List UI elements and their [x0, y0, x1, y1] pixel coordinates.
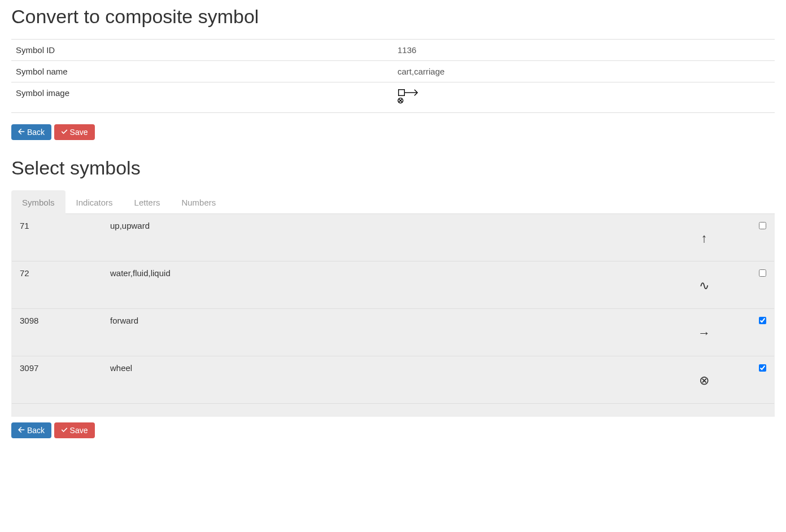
- label-symbol-id: Symbol ID: [11, 40, 393, 61]
- symbol-name: water,fluid,liquid: [110, 268, 670, 278]
- symbol-info-table: Symbol ID 1136 Symbol name cart,carriage…: [11, 39, 775, 113]
- value-symbol-name: cart,carriage: [393, 61, 775, 82]
- symbol-id: 3097: [20, 363, 110, 373]
- save-button-bottom[interactable]: Save: [54, 422, 95, 438]
- arrow-left-icon: [18, 426, 25, 435]
- svg-rect-0: [399, 90, 405, 96]
- back-button[interactable]: Back: [11, 124, 51, 140]
- row-symbol-image: Symbol image: [11, 82, 775, 113]
- save-button-label: Save: [70, 128, 88, 137]
- label-symbol-image: Symbol image: [11, 82, 393, 113]
- symbol-glyph-icon: ⊗: [670, 363, 738, 388]
- symbol-name: forward: [110, 316, 670, 325]
- symbol-list[interactable]: 71up,upward↑72water,fluid,liquid∿3098for…: [12, 214, 774, 416]
- back-button-bottom[interactable]: Back: [11, 422, 51, 438]
- symbol-id: 72: [20, 268, 110, 278]
- symbol-row: 72water,fluid,liquid∿: [12, 261, 774, 309]
- symbol-id: 71: [20, 221, 110, 230]
- symbol-glyph-icon: ↑: [670, 221, 738, 246]
- tab-symbols[interactable]: Symbols: [11, 190, 66, 214]
- symbol-glyph-icon: ∿: [670, 268, 738, 293]
- check-icon: [61, 128, 68, 137]
- symbol-name: wheel: [110, 363, 670, 373]
- symbol-select-checkbox[interactable]: [759, 317, 766, 324]
- symbol-row: 3097wheel⊗: [12, 356, 774, 404]
- symbol-tabs: SymbolsIndicatorsLettersNumbers: [11, 190, 775, 214]
- symbol-id: 3098: [20, 316, 110, 325]
- tab-numbers[interactable]: Numbers: [171, 190, 226, 214]
- symbol-image-preview: [398, 88, 420, 105]
- select-symbols-title: Select symbols: [11, 157, 775, 179]
- symbol-row: 3098forward→: [12, 309, 774, 356]
- back-button-label: Back: [27, 128, 45, 137]
- button-row-bottom: Back Save: [11, 422, 775, 438]
- save-button-label: Save: [70, 426, 88, 435]
- save-button[interactable]: Save: [54, 124, 95, 140]
- symbol-glyph-icon: →: [670, 316, 738, 341]
- check-icon: [61, 426, 68, 435]
- page-title: Convert to composite symbol: [11, 6, 775, 28]
- symbol-select-checkbox[interactable]: [759, 364, 766, 372]
- row-symbol-name: Symbol name cart,carriage: [11, 61, 775, 82]
- label-symbol-name: Symbol name: [11, 61, 393, 82]
- row-symbol-id: Symbol ID 1136: [11, 40, 775, 61]
- tab-indicators[interactable]: Indicators: [66, 190, 124, 214]
- symbol-row: 71up,upward↑: [12, 214, 774, 261]
- symbol-name: up,upward: [110, 221, 670, 230]
- symbol-select-checkbox[interactable]: [759, 269, 766, 277]
- back-button-label: Back: [27, 426, 45, 435]
- value-symbol-id: 1136: [393, 40, 775, 61]
- arrow-left-icon: [18, 128, 25, 137]
- tab-letters[interactable]: Letters: [124, 190, 171, 214]
- button-row-top: Back Save: [11, 124, 775, 140]
- symbol-select-checkbox[interactable]: [759, 222, 766, 229]
